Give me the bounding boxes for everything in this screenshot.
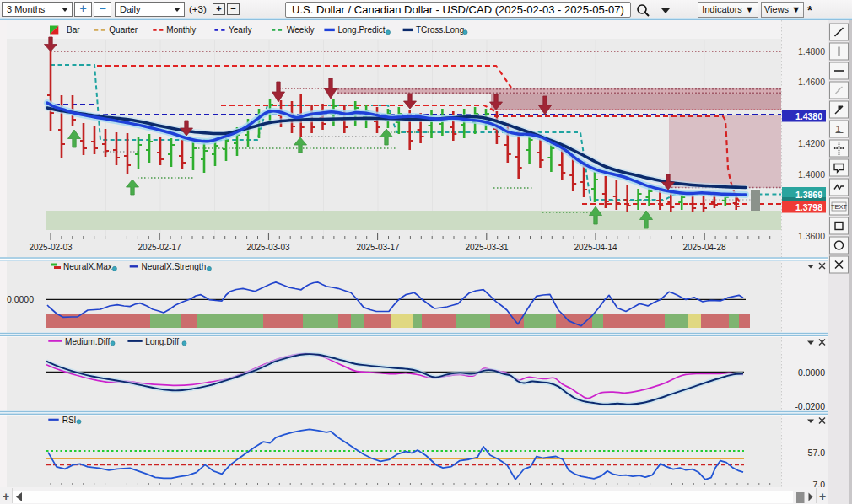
svg-text:1.4380: 1.4380 [795,111,822,121]
svg-text:2025-03-31: 2025-03-31 [465,243,509,252]
svg-text:2025-02-03: 2025-02-03 [29,243,73,252]
svg-text:2025-04-28: 2025-04-28 [682,243,726,252]
svg-text:TCross.Long: TCross.Long [416,25,464,35]
svg-text:0.0000: 0.0000 [7,294,34,304]
svg-text:RSI: RSI [62,416,77,425]
svg-text:1.3798: 1.3798 [795,202,822,212]
svg-text:1.4000: 1.4000 [798,169,825,180]
svg-text:TEXT: TEXT [831,203,848,211]
svg-text:Long.Predict: Long.Predict [337,25,385,35]
svg-text:Long.Diff: Long.Diff [145,337,179,346]
svg-text:2025-02-17: 2025-02-17 [138,243,181,252]
svg-text:1.4200: 1.4200 [798,138,825,148]
svg-text:+: + [819,490,826,503]
svg-text:Bar: Bar [67,25,80,35]
svg-text:Weekly: Weekly [287,25,315,35]
svg-text:0.0000: 0.0000 [798,367,825,378]
svg-text:1.3600: 1.3600 [798,231,825,241]
svg-text:Medium.Diff: Medium.Diff [65,337,110,346]
svg-text:+: + [3,490,9,503]
svg-text:1.4800: 1.4800 [798,46,825,56]
svg-text:2025-03-17: 2025-03-17 [356,243,400,252]
svg-text:1.4600: 1.4600 [798,77,825,87]
svg-text:2025-04-14: 2025-04-14 [574,243,617,252]
svg-text:NeuralX.Strength: NeuralX.Strength [142,262,207,271]
svg-text:-0.0200: -0.0200 [795,401,825,411]
svg-text:57.0: 57.0 [808,448,826,458]
svg-text:1: 1 [835,124,840,134]
svg-text:Monthly: Monthly [166,25,196,35]
svg-text:2025-03-03: 2025-03-03 [246,243,290,252]
svg-text:Quarter: Quarter [109,25,138,35]
svg-text:NeuralX.Max: NeuralX.Max [63,262,112,271]
svg-text:1.3869: 1.3869 [795,190,822,200]
svg-text:Yearly: Yearly [229,25,251,35]
